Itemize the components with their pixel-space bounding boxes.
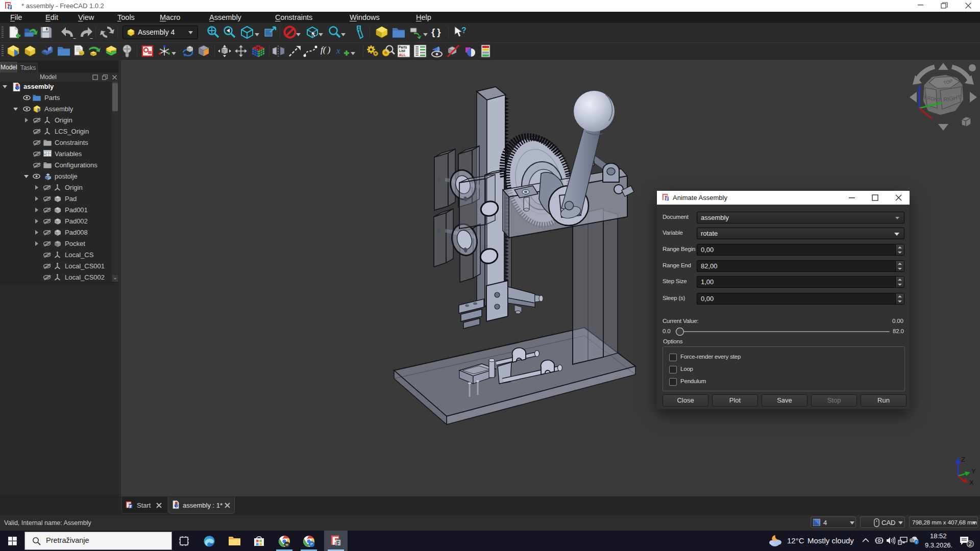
svg-text:2: 2 [969, 541, 972, 547]
svg-text:P: P [310, 542, 313, 546]
svg-text:i: i [916, 540, 917, 544]
svg-text:Parts: Parts [399, 45, 407, 49]
svg-text:?: ? [461, 26, 467, 35]
svg-text:Y: Y [971, 467, 976, 475]
svg-text:X: X [969, 479, 974, 486]
svg-text:ALL: ALL [399, 53, 406, 57]
svg-text:Z: Z [961, 456, 965, 463]
svg-text:x: x [336, 46, 340, 56]
svg-text:List: List [399, 49, 405, 53]
